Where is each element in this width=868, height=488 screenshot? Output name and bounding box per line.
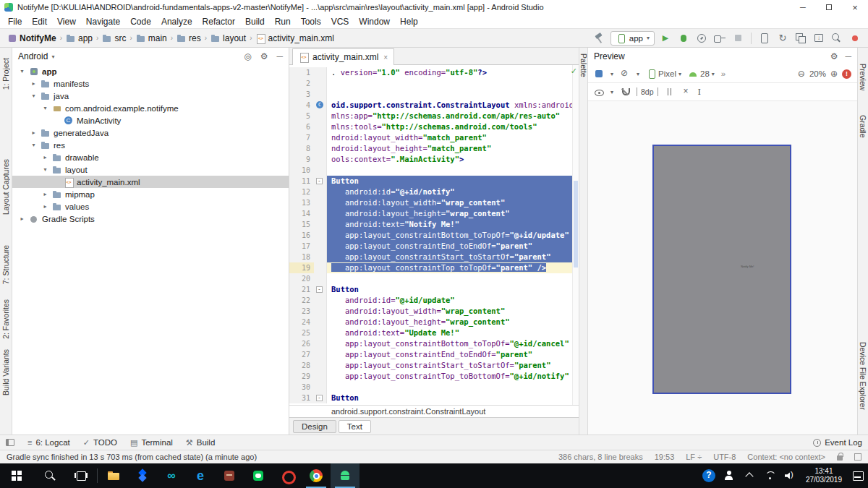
dropbox-button[interactable]: [128, 463, 157, 488]
code-line-text[interactable]: android:text="Update Me!": [327, 328, 579, 338]
indent-indicator-icon[interactable]: [854, 453, 861, 461]
chevron-collapsed-icon[interactable]: ▸: [30, 129, 38, 136]
menu-run[interactable]: Run: [270, 17, 296, 27]
fold-gutter[interactable]: [314, 208, 327, 219]
device-preview-canvas[interactable]: Notify Me!: [652, 145, 791, 394]
menu-window[interactable]: Window: [354, 17, 395, 27]
studio-button[interactable]: [331, 463, 359, 488]
chevron-collapsed-icon[interactable]: ▸: [30, 80, 38, 87]
code-line-text[interactable]: ndroid:layout_width="match_parent": [327, 132, 579, 143]
toolwindow-switcher-icon[interactable]: [6, 439, 14, 446]
stop-icon[interactable]: [731, 31, 745, 46]
breadcrumb-item-app[interactable]: app: [64, 33, 94, 43]
chevron-expanded-icon[interactable]: ▾: [30, 142, 38, 148]
menu-view[interactable]: View: [52, 17, 81, 27]
code-line-text[interactable]: [327, 78, 579, 89]
tree-item-manifests[interactable]: ▸manifests: [12, 77, 289, 90]
start-button[interactable]: [0, 463, 33, 488]
code-line[interactable]: 10: [289, 165, 579, 176]
code-line[interactable]: 8ndroid:layout_height="match_parent": [289, 143, 579, 154]
breadcrumb-item-src[interactable]: src: [101, 33, 127, 43]
ring-button[interactable]: [273, 463, 302, 488]
code-line[interactable]: 2: [289, 78, 579, 89]
debug-icon[interactable]: [676, 31, 691, 46]
menu-help[interactable]: Help: [395, 17, 423, 27]
code-line-text[interactable]: mlns:app="http://schemas.android.com/apk…: [327, 111, 579, 121]
guidelines-icon[interactable]: [665, 87, 675, 97]
run-icon[interactable]: [658, 31, 673, 46]
editor-scrollbar[interactable]: [572, 65, 579, 405]
fold-gutter[interactable]: [314, 219, 327, 230]
code-line-text[interactable]: android:id="@+id/notify": [327, 187, 579, 197]
code-line[interactable]: 26 app:layout_constraintBottom_toTopOf="…: [289, 338, 579, 349]
preview-settings-gear-icon[interactable]: ⚙: [830, 51, 838, 61]
toolwindow-button-todo[interactable]: ✓TODO: [83, 438, 117, 448]
tool-button-7-structure[interactable]: 7: Structure: [1, 245, 10, 284]
zoom-out-icon[interactable]: ⊖: [798, 69, 805, 79]
tree-item-mainactivity[interactable]: MainActivity: [12, 114, 289, 127]
code-line[interactable]: 30: [289, 382, 579, 393]
fold-gutter[interactable]: -: [314, 176, 327, 187]
chevron-collapsed-icon[interactable]: ▸: [41, 203, 49, 210]
fold-gutter[interactable]: [314, 306, 327, 317]
code-line[interactable]: 9ools:context=".MainActivity">: [289, 154, 579, 165]
menu-analyze[interactable]: Analyze: [156, 17, 197, 27]
code-line-text[interactable]: android:layout_width="wrap_content": [327, 197, 579, 208]
code-line-text[interactable]: [327, 89, 579, 100]
code-line[interactable]: 19 app:layout_constraintTop_toTopOf="par…: [289, 262, 579, 273]
menu-navigate[interactable]: Navigate: [81, 17, 125, 27]
wifi-button[interactable]: [760, 463, 780, 488]
toolbar-overflow-chevron[interactable]: »: [721, 69, 726, 78]
hide-panel-icon[interactable]: ─: [276, 51, 283, 61]
fold-gutter[interactable]: [314, 273, 327, 284]
tree-item-generatedjava[interactable]: ▸generatedJava: [12, 127, 289, 139]
archive-button[interactable]: [215, 463, 244, 488]
line-separator-label[interactable]: LF ÷: [686, 453, 702, 461]
fold-gutter[interactable]: [314, 382, 327, 393]
code-line-text[interactable]: app:layout_constraintBottom_toTopOf="@+i…: [327, 338, 579, 349]
code-line[interactable]: 27 app:layout_constraintEnd_toEndOf="par…: [289, 349, 579, 360]
zoom-in-icon[interactable]: ⊕: [830, 69, 838, 79]
menu-build[interactable]: Build: [240, 17, 270, 27]
breadcrumb-item-notifyme[interactable]: NotifyMe: [6, 33, 58, 43]
taskview-button[interactable]: [67, 463, 95, 488]
code-line-text[interactable]: android:layout_height="wrap_content": [327, 317, 579, 328]
code-line-text[interactable]: app:layout_constraintStart_toStartOf="pa…: [327, 252, 579, 262]
chevron-collapsed-icon[interactable]: ▸: [18, 215, 26, 222]
fold-gutter[interactable]: [314, 328, 327, 338]
explorer-button[interactable]: [99, 463, 128, 488]
chevron-expanded-icon[interactable]: ▾: [41, 166, 49, 173]
fold-gutter[interactable]: C: [314, 100, 327, 111]
event-log-button[interactable]: Event Log: [813, 438, 862, 447]
menu-tools[interactable]: Tools: [296, 17, 326, 27]
code-line[interactable]: 25 android:text="Update Me!": [289, 328, 579, 338]
inspection-ok-icon[interactable]: ✓: [571, 67, 577, 76]
menu-refactor[interactable]: Refactor: [197, 17, 240, 27]
menu-vcs[interactable]: VCS: [326, 17, 354, 27]
code-line-text[interactable]: ools:context=".MainActivity">: [327, 154, 579, 165]
code-line[interactable]: 7ndroid:layout_width="match_parent": [289, 132, 579, 143]
tree-item-app[interactable]: ▾app: [12, 65, 289, 77]
code-line[interactable]: 29 app:layout_constraintTop_toBottomOf="…: [289, 371, 579, 382]
run-configuration-selector[interactable]: app▾: [610, 31, 655, 46]
code-line[interactable]: 24 android:layout_height="wrap_content": [289, 317, 579, 328]
xml-breadcrumb[interactable]: android.support.constraint.ConstraintLay…: [289, 405, 579, 417]
fold-gutter[interactable]: [314, 252, 327, 262]
tree-item-com-android-example-notifyme[interactable]: ▾com.android.example.notifyme: [12, 102, 289, 114]
fold-gutter[interactable]: [314, 360, 327, 371]
code-line[interactable]: 13 android:layout_width="wrap_content": [289, 197, 579, 208]
code-line[interactable]: 12 android:id="@+id/notify": [289, 187, 579, 197]
tool-button-palette[interactable]: Palette: [579, 53, 588, 77]
code-line-text[interactable]: Button: [327, 176, 579, 187]
fold-gutter[interactable]: [314, 241, 327, 252]
edge-button[interactable]: e: [186, 463, 215, 488]
code-line-text[interactable]: app:layout_constraintTop_toBottomOf="@+i…: [327, 371, 579, 382]
autoconnect-magnet-icon[interactable]: [620, 87, 630, 97]
code-line[interactable]: 23 android:layout_width="wrap_content": [289, 306, 579, 317]
fold-gutter[interactable]: [314, 111, 327, 121]
close-tab-icon[interactable]: ×: [383, 53, 388, 61]
fold-gutter[interactable]: [314, 165, 327, 176]
volume-button[interactable]: [780, 463, 800, 488]
clear-constraints-icon[interactable]: [681, 87, 692, 97]
maximize-button[interactable]: [816, 0, 842, 14]
